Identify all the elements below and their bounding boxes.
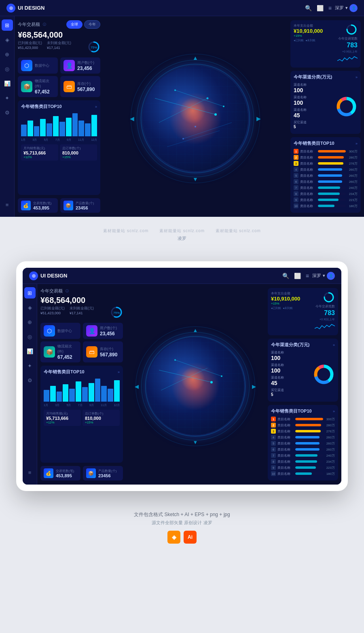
expenditure-label: 本年支出金额 [294, 23, 334, 28]
sales-header-2: 今年销售类目TOP10 » [44, 369, 120, 375]
product-label: 产品数量(个) [76, 201, 94, 205]
search-icon[interactable]: 🔍 [305, 5, 312, 11]
top-nav: ◎ UI DESIGN 🔍 ⬜ ≡ 深罗 ▾ 👤 [0, 0, 364, 16]
stat-card-datacenter: ⬡ 数据中心 [18, 57, 58, 74]
sidebar2-star[interactable]: ✦ [24, 360, 36, 371]
top10-row-8: 8 类目名称 234万 [294, 191, 358, 196]
center-panel-2: ▲ ▼ ◀ ▶ [126, 284, 265, 485]
txn-sub: 已到账金额(元) ¥51,423,000 未到账金额(元) ¥17,141 [18, 40, 100, 54]
globe: ▲ ▼ ◀ ▶ [143, 66, 248, 171]
top10-row-9: 9 类目名称 223万 [294, 197, 358, 202]
txn-count-stat: 今年交易笔数 783 +0 对比上年 [337, 23, 358, 63]
right-top-stats: 本年支出金额 ¥10,910,000 +15% ●已到账●未到账 [290, 20, 361, 68]
sidebar-item-globe[interactable]: ⊕ [2, 49, 13, 60]
item6-val: 260万 [347, 180, 358, 184]
right-top-stats-2: 本年支出金额 ¥10,910,000 +15% ●已到账●未到账 [268, 288, 338, 335]
item10-val: 180万 [347, 204, 358, 208]
bar-chart [21, 112, 97, 136]
stat-card-inventory: 🗃 库存(个) 567,890 [60, 76, 100, 97]
sales-header: 今年销售类目TOP10 » [21, 104, 97, 110]
sidebar-item-gear[interactable]: ⚙ [2, 107, 13, 118]
sidebar2-charts[interactable]: 📊 [24, 345, 36, 357]
menu-icon[interactable]: ≡ [328, 5, 332, 11]
channel-more[interactable]: » [356, 75, 358, 79]
sidebar-item-settings1[interactable]: ◎ [2, 63, 13, 74]
sidebar2-gear[interactable]: ⚙ [24, 375, 36, 386]
channel-content: 渠道名称 100 渠道名称 100 渠道名称 45 [294, 83, 358, 131]
item1-bar-bg [318, 150, 346, 152]
sidebar2-globe[interactable]: ⊕ [24, 316, 36, 328]
stat-cards-2: ⬡ 数据中心 👤 用户数(个)23,456 📦 物流箱次(件)67,452 [40, 323, 123, 362]
top10-more[interactable]: » [356, 142, 358, 146]
sidebar-item-charts[interactable]: 📊 [2, 78, 13, 89]
left-panel: 今年交易额 ⓘ 全球 今年 ¥68,564,000 已到账金额(元) ¥51, [15, 16, 104, 217]
device-inner: ◎ UI DESIGN 🔍 ⬜ ≡ 深罗 ▾ 👤 [23, 268, 341, 485]
item7-name: 类目名称 [300, 186, 316, 190]
item10-name: 类目名称 [300, 204, 316, 208]
monitor-icon-2[interactable]: ⬜ [294, 273, 301, 279]
sales-more-2[interactable]: » [118, 370, 120, 374]
globe-arrow-top: ▲ [193, 55, 198, 61]
sales-title-2: 今年销售类目TOP10 [44, 369, 85, 375]
sidebar2-home[interactable]: ⊞ [24, 287, 36, 299]
separator: 素材能量站 scnlz.com 素材能量站 scnlz.com 素材能量站 sc… [0, 217, 364, 249]
sidebar-item-collapse[interactable]: ≡ [2, 199, 13, 210]
rank-2: 2 [294, 155, 298, 160]
item2-bar [318, 156, 344, 159]
logistics-icon: 📦 [21, 81, 32, 92]
item7-bar [318, 186, 340, 189]
device-frame: ◎ UI DESIGN 🔍 ⬜ ≡ 深罗 ▾ 👤 [16, 261, 348, 491]
channel-section-2: 今年渠道分类(万元) » 渠道名称100 渠道名称100 渠道名称45 买它渠道… [268, 339, 338, 402]
unpaid-label-2: 未到账金额(元) [70, 306, 94, 311]
sidebar-2: ⊞ ◈ ⊕ ◎ 📊 ✦ ⚙ ≡ [23, 284, 37, 485]
filter-global[interactable]: 全球 [66, 20, 83, 29]
users-icon: 👤 [63, 60, 75, 71]
item2-bar-bg [318, 156, 346, 159]
menu-icon-2[interactable]: ≡ [306, 273, 309, 279]
logo-text-2: UI DESIGN [40, 273, 67, 279]
expenditure-stat: 本年支出金额 ¥10,910,000 +15% ●已到账●未到账 [294, 23, 334, 63]
user-menu-2[interactable]: 深罗 ▾ 👤 [312, 272, 335, 280]
product-icon: 📦 [63, 201, 73, 210]
expenditure-change: +15% [294, 34, 334, 38]
item10-bar [318, 205, 334, 207]
stat-card-users-2: 👤 用户数(个)23,456 [83, 323, 123, 339]
sidebar-item-star[interactable]: ✦ [2, 92, 13, 104]
monthly-value: ¥5,713,666 [23, 150, 56, 155]
user-menu[interactable]: 深罗 ▾ 👤 [335, 4, 358, 12]
bar-6 [53, 116, 59, 136]
sales-more[interactable]: » [95, 105, 97, 109]
top10-row-10: 10 类目名称 180万 [294, 203, 358, 208]
item5-val: 260万 [347, 174, 358, 178]
users-label: 用户数(个) [77, 60, 94, 66]
item4-bar-bg [318, 168, 346, 171]
item6-bar [318, 180, 342, 183]
sidebar2-collapse[interactable]: ≡ [24, 467, 36, 478]
footer-source: 源文件全部矢量 原创设计 凌罗 [0, 520, 364, 526]
item1-name: 类目名称 [300, 149, 316, 154]
search-icon-2[interactable]: 🔍 [282, 273, 289, 279]
svg-text:75%: 75% [91, 46, 97, 49]
item7-val: 240万 [347, 186, 358, 190]
sidebar2-settings1[interactable]: ◎ [24, 331, 36, 342]
sidebar-item-analytics[interactable]: ◈ [2, 34, 13, 45]
logo-icon: ◎ [6, 4, 15, 13]
stat-cards: ⬡ 数据中心 👤 用户数(个) 23,456 [18, 57, 100, 97]
orders-value: 810,000 [62, 150, 95, 155]
txn-amount: ¥68,564,000 [18, 30, 100, 40]
filter-year[interactable]: 今年 [84, 20, 100, 29]
item9-bar-bg [318, 199, 346, 201]
txn-amount-2: ¥68,564,000 [40, 296, 123, 305]
inventory-value: 567,890 [77, 87, 95, 92]
channel-header: 今年渠道分类(万元) » [294, 74, 358, 80]
bar-8 [66, 118, 72, 136]
txn-title: 今年交易额 [18, 21, 40, 28]
monitor-icon[interactable]: ⬜ [317, 5, 324, 11]
sidebar2-analytics[interactable]: ◈ [24, 302, 36, 313]
rank-5: 5 [294, 173, 298, 178]
content-area-2: 今年交易额 ⓘ ¥68,564,000 已到账金额(元) ¥51,423,000 [37, 284, 341, 485]
txn-num-value: 783 [347, 42, 358, 49]
sidebar-item-home[interactable]: ⊞ [2, 19, 13, 31]
paid-label: 已到账金额(元) [18, 40, 42, 46]
svg-point-13 [182, 138, 184, 140]
